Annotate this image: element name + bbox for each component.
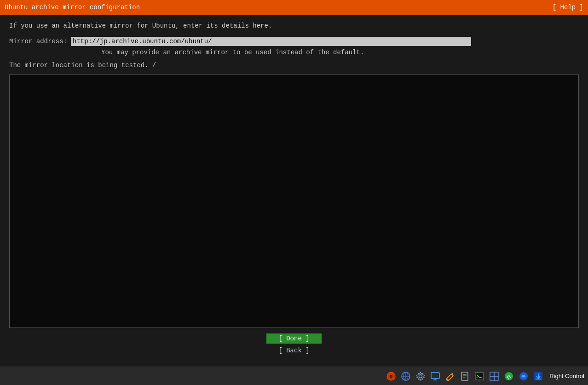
help-button[interactable]: [ Help ] xyxy=(553,4,583,11)
terminal-icon[interactable] xyxy=(473,370,486,383)
svg-rect-13 xyxy=(461,372,468,380)
svg-point-7 xyxy=(419,374,422,378)
svg-rect-21 xyxy=(490,376,494,380)
status-text: The mirror location is being tested. / xyxy=(9,62,579,69)
svg-rect-17 xyxy=(475,373,484,380)
taskbar-icons: Right Control xyxy=(385,370,584,383)
back-button[interactable]: [ Back ] xyxy=(266,345,322,356)
svg-rect-20 xyxy=(494,372,498,376)
blue-circle-icon[interactable] xyxy=(517,370,530,383)
output-box xyxy=(9,75,579,328)
edit-icon[interactable] xyxy=(444,370,456,383)
svg-rect-8 xyxy=(431,373,439,379)
network-icon[interactable] xyxy=(399,370,412,383)
svg-rect-22 xyxy=(494,376,498,380)
settings-icon[interactable] xyxy=(414,370,427,383)
mirror-input[interactable] xyxy=(71,37,471,46)
svg-rect-19 xyxy=(490,372,494,376)
svg-point-2 xyxy=(391,375,392,376)
hint-text: You may provide an archive mirror to be … xyxy=(101,49,579,56)
window-title: Ubuntu archive mirror configuration xyxy=(5,4,140,11)
right-control-label: Right Control xyxy=(549,373,584,379)
mirror-address-row: Mirror address: xyxy=(9,37,579,46)
description-text: If you use an alternative mirror for Ubu… xyxy=(9,22,579,29)
green-icon[interactable] xyxy=(502,370,515,383)
title-bar: Ubuntu archive mirror configuration [ He… xyxy=(0,0,588,15)
main-content: If you use an alternative mirror for Ubu… xyxy=(0,15,588,367)
download-icon[interactable] xyxy=(532,370,545,383)
mirror-label: Mirror address: xyxy=(9,38,67,45)
display-icon[interactable] xyxy=(429,370,442,383)
document-icon[interactable] xyxy=(458,370,471,383)
done-button[interactable]: [ Done ] xyxy=(266,333,322,344)
cd-icon[interactable] xyxy=(385,370,398,383)
taskbar: Right Control xyxy=(0,367,588,385)
buttons-area: [ Done ] [ Back ] xyxy=(9,333,579,356)
window-manager-icon[interactable] xyxy=(488,370,501,383)
